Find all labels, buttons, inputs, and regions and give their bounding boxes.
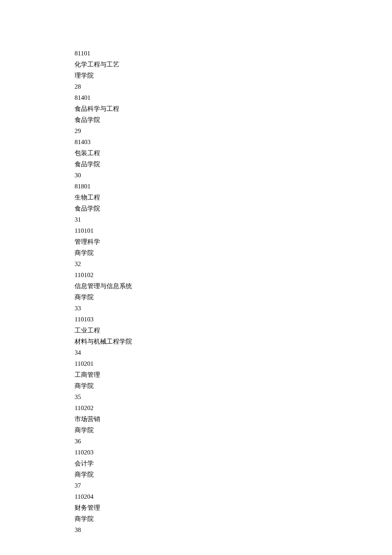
text-line: 财务管理 [75, 502, 392, 513]
text-line: 110202 [75, 402, 392, 413]
text-line: 信息管理与信息系统 [75, 280, 392, 292]
text-line: 110201 [75, 358, 392, 369]
text-line: 110101 [75, 225, 392, 236]
text-line: 110102 [75, 269, 392, 280]
text-line: 81401 [75, 92, 392, 103]
text-line: 29 [75, 125, 392, 136]
text-line: 材料与机械工程学院 [75, 336, 392, 347]
text-line: 81403 [75, 136, 392, 147]
text-line: 38 [75, 524, 392, 535]
text-line: 商学院 [75, 513, 392, 524]
text-line: 化学工程与工艺 [75, 59, 392, 70]
document-content: 81101 化学工程与工艺 理学院 28 81401 食品科学与工程 食品学院 … [0, 0, 392, 535]
text-line: 30 [75, 170, 392, 181]
text-line: 商学院 [75, 292, 392, 303]
text-line: 管理科学 [75, 236, 392, 247]
text-line: 理学院 [75, 70, 392, 81]
text-line: 食品学院 [75, 203, 392, 214]
text-line: 81801 [75, 181, 392, 192]
text-line: 33 [75, 303, 392, 314]
text-line: 会计学 [75, 458, 392, 469]
text-line: 81101 [75, 48, 392, 59]
text-line: 35 [75, 391, 392, 402]
text-line: 商学院 [75, 425, 392, 436]
text-line: 商学院 [75, 247, 392, 258]
text-line: 110203 [75, 447, 392, 458]
text-line: 商学院 [75, 380, 392, 391]
text-line: 工业工程 [75, 325, 392, 336]
text-line: 34 [75, 347, 392, 358]
text-line: 食品学院 [75, 159, 392, 170]
text-line: 食品学院 [75, 114, 392, 125]
text-line: 110204 [75, 491, 392, 502]
text-line: 包装工程 [75, 147, 392, 159]
text-line: 32 [75, 258, 392, 269]
text-line: 商学院 [75, 469, 392, 480]
text-line: 110103 [75, 314, 392, 325]
text-line: 28 [75, 81, 392, 92]
text-line: 31 [75, 214, 392, 225]
text-line: 36 [75, 436, 392, 447]
text-line: 市场营销 [75, 413, 392, 425]
text-line: 食品科学与工程 [75, 103, 392, 114]
text-line: 37 [75, 480, 392, 491]
text-line: 工商管理 [75, 369, 392, 380]
text-line: 生物工程 [75, 192, 392, 203]
